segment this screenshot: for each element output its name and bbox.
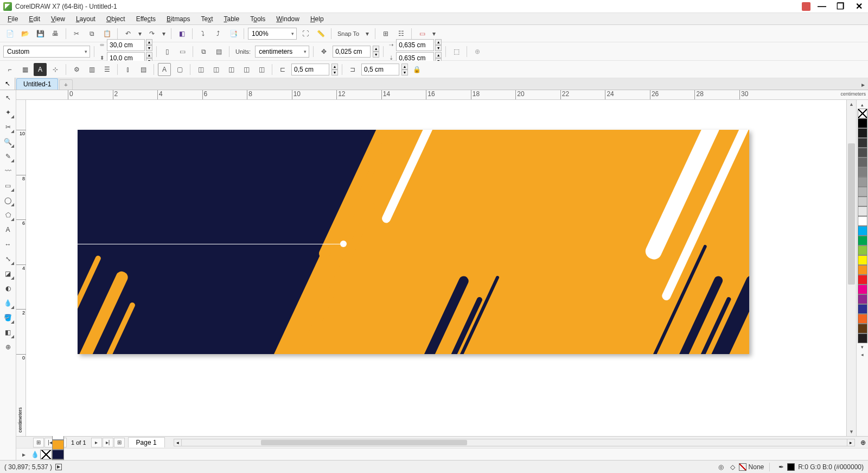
ellipse-tool[interactable]: ◯ (2, 194, 15, 207)
next-page-button[interactable]: ▸ (91, 438, 102, 447)
menu-view[interactable]: View (47, 14, 69, 24)
doc-palette-menu[interactable]: ▸ (18, 450, 29, 459)
options-button[interactable]: ⊞ (379, 27, 392, 40)
gear-button[interactable]: ⚙ (70, 63, 83, 76)
add-preset-button[interactable]: ⊕ (471, 45, 484, 58)
polygon-tool[interactable]: ⬠ (2, 209, 15, 222)
parallel-dimension-tool[interactable]: ↔ (2, 238, 15, 251)
current-page-button[interactable]: ▤ (212, 45, 225, 58)
ind2-down[interactable]: ▼ (401, 70, 408, 75)
add-page-after-button[interactable]: ⊞ (114, 438, 125, 447)
app-launcher-button[interactable]: ☷ (394, 27, 407, 40)
nudge-distance-input[interactable] (333, 46, 371, 58)
units-dropdown[interactable]: centimeters (255, 46, 309, 58)
width-up[interactable]: ▲ (146, 39, 152, 45)
welcome-screen-button[interactable]: ▭ (416, 27, 429, 40)
portrait-button[interactable]: ▯ (161, 45, 174, 58)
user-account-icon[interactable] (802, 2, 810, 11)
tb-btn-d[interactable]: ◫ (240, 63, 253, 76)
palette-swatch[interactable] (858, 216, 867, 226)
open-button[interactable]: 📂 (18, 27, 31, 40)
palette-swatch[interactable] (858, 245, 867, 255)
palette-swatch[interactable] (858, 167, 867, 177)
maximize-button[interactable]: ❐ (834, 1, 846, 12)
page-width-input[interactable] (107, 39, 145, 51)
freehand-line[interactable] (78, 244, 343, 244)
palette-swatch[interactable] (858, 157, 867, 167)
vscroll-down[interactable]: ▼ (847, 427, 856, 436)
menu-edit[interactable]: Edit (24, 14, 44, 24)
palette-up[interactable]: ▴ (858, 101, 867, 109)
hscroll-thumb[interactable] (261, 440, 467, 445)
palette-swatch[interactable] (858, 275, 867, 285)
wireframe-button[interactable]: ▦ (18, 63, 31, 76)
drop-shadow-tool[interactable]: ◪ (2, 267, 15, 280)
drawing-page[interactable] (78, 130, 749, 354)
search-content-button[interactable]: ◧ (175, 27, 188, 40)
undo-button[interactable]: ↶ (122, 27, 135, 40)
tb-btn-b[interactable]: ◫ (209, 63, 222, 76)
doc-swatch-none[interactable] (40, 450, 52, 459)
add-page-button[interactable]: ⊞ (33, 438, 44, 447)
doc-swatch[interactable] (52, 459, 64, 461)
welcome-dropdown[interactable]: ▾ (431, 27, 437, 40)
palette-swatch[interactable] (858, 324, 867, 333)
treat-as-filled-button[interactable]: ⬚ (450, 45, 463, 58)
tb-btn-c[interactable]: ◫ (225, 63, 238, 76)
height-up[interactable]: ▲ (146, 52, 152, 58)
print-button[interactable]: 🖶 (49, 27, 62, 40)
transparency-tool[interactable]: ◐ (2, 282, 15, 295)
drawing-viewport[interactable] (26, 100, 846, 436)
freehand-endpoint[interactable] (340, 241, 347, 247)
lock-button[interactable]: 🔒 (410, 63, 423, 76)
close-button[interactable]: ✕ (853, 1, 865, 12)
palette-flyout[interactable]: ◂ (858, 351, 867, 358)
palette-swatch[interactable] (858, 304, 867, 314)
palette-swatch[interactable] (858, 255, 867, 265)
menu-help[interactable]: Help (306, 14, 328, 24)
smart-fill-tool[interactable]: ◧ (2, 326, 15, 339)
freehand-tool[interactable]: ✎ (2, 150, 15, 163)
snap-to-dropdown[interactable]: ▾ (363, 27, 371, 40)
indent-left-input[interactable] (291, 64, 329, 75)
ind1-down[interactable]: ▼ (331, 70, 338, 75)
outline-color-swatch[interactable] (787, 463, 795, 471)
new-button[interactable]: 📄 (3, 27, 16, 40)
doc-palette-eyedropper[interactable]: 💧 (29, 450, 40, 459)
nudge-down[interactable]: ▼ (373, 52, 379, 58)
minimize-button[interactable]: — (816, 1, 828, 12)
dupy-up[interactable]: ▲ (435, 52, 442, 58)
text-tool[interactable]: A (2, 223, 15, 236)
vertical-scrollbar[interactable]: ▲ ▼ (846, 100, 856, 436)
artistic-media-tool[interactable]: 〰 (2, 165, 15, 178)
all-pages-button[interactable]: ⧉ (197, 45, 210, 58)
object-details-icon[interactable]: ◎ (717, 463, 725, 471)
text-frame-button[interactable]: ▢ (173, 63, 186, 76)
expand-toolbox[interactable]: ⊕ (2, 340, 15, 354)
menu-tools[interactable]: Tools (246, 14, 270, 24)
ind1-up[interactable]: ▲ (331, 64, 338, 70)
menu-table[interactable]: Table (220, 14, 244, 24)
doc-swatch[interactable] (52, 450, 64, 459)
palette-swatch[interactable] (858, 314, 867, 324)
menu-effects[interactable]: Effects (132, 14, 160, 24)
indent-right-input[interactable] (361, 64, 399, 75)
palette-swatch[interactable] (858, 206, 867, 216)
palette-none[interactable] (858, 109, 867, 118)
tb-btn-a[interactable]: ◫ (194, 63, 207, 76)
horizontal-scrollbar[interactable]: ◂ ▸ (174, 439, 855, 446)
fill-none-swatch[interactable] (739, 463, 746, 471)
crop-button[interactable]: ⊹ (49, 63, 62, 76)
add-document-tab[interactable]: + (59, 79, 72, 90)
drop-cap-button[interactable]: ⫿ (122, 63, 135, 76)
menu-window[interactable]: Window (272, 14, 304, 24)
menu-bitmaps[interactable]: Bitmaps (162, 14, 194, 24)
menu-layout[interactable]: Layout (72, 14, 100, 24)
redo-dropdown[interactable]: ▾ (161, 27, 167, 40)
landscape-button[interactable]: ▭ (176, 45, 189, 58)
zoom-level-dropdown[interactable]: 100% (248, 28, 297, 40)
palette-swatch[interactable] (858, 236, 867, 245)
palette-swatch[interactable] (858, 177, 867, 187)
palette-swatch[interactable] (858, 265, 867, 275)
page-preset-dropdown[interactable]: Custom (3, 46, 90, 58)
